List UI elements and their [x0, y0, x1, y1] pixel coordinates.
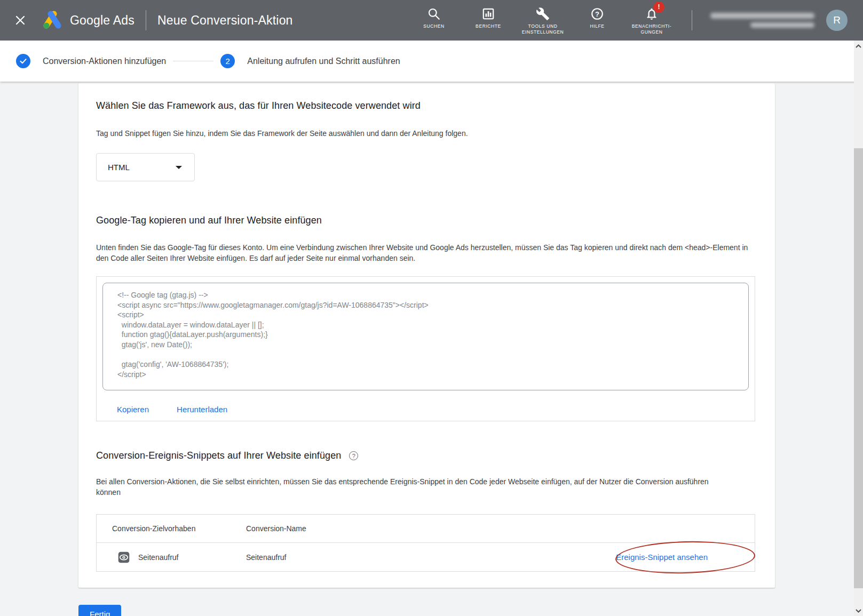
page-title: Neue Conversion-Aktion: [157, 13, 293, 28]
pageview-icon: [117, 550, 131, 564]
notification-badge: !: [653, 2, 664, 13]
conversion-table: Conversion-Zielvorhaben Conversion-Name …: [96, 514, 755, 572]
framework-heading: Wählen Sie das Framework aus, das für Ih…: [96, 100, 755, 111]
framework-description: Tag und Snippet fügen Sie hinzu, indem S…: [96, 128, 755, 139]
google-tag-code-box[interactable]: <!-- Google tag (gtag.js) --> <script as…: [102, 283, 749, 390]
done-button[interactable]: Fertig: [78, 605, 121, 616]
google-tag-container: <!-- Google tag (gtag.js) --> <script as…: [96, 276, 755, 421]
code-line: gtag('js', new Date());: [117, 340, 738, 350]
step-2-label: Anleitung aufrufen und Schritt ausführen: [247, 57, 400, 66]
code-line: <script>: [117, 310, 738, 320]
snippet-description: Bei allen Conversion-Aktionen, die Sie s…: [96, 476, 718, 498]
topbar: Google Ads Neue Conversion-Aktion Suchen…: [0, 0, 863, 41]
step-2[interactable]: 2 Anleitung aufrufen und Schritt ausführ…: [220, 54, 400, 68]
avatar[interactable]: R: [826, 10, 848, 31]
google-tag-heading: Google-Tag kopieren und auf Ihrer Websit…: [96, 215, 755, 226]
step-1-check-icon: [16, 54, 30, 68]
account-email-redacted: [750, 22, 814, 28]
snippet-heading: Conversion-Ereignis-Snippets auf Ihrer W…: [96, 450, 341, 461]
help-icon: ?: [590, 6, 604, 21]
nav-notifications[interactable]: Benachrichti-gungen !: [627, 5, 676, 36]
step-2-number: 2: [220, 54, 235, 68]
help-icon[interactable]: ?: [349, 451, 358, 460]
code-line: </script>: [117, 370, 738, 380]
topbar-nav: Suchen Berichte Tools und Einstellungen …: [409, 5, 676, 36]
svg-text:?: ?: [595, 10, 599, 18]
step-1-label: Conversion-Aktionen hinzufügen: [43, 57, 166, 66]
code-line: window.dataLayer = window.dataLayer || […: [117, 320, 738, 330]
scrollbar[interactable]: [854, 41, 863, 616]
download-button[interactable]: Herunterladen: [177, 405, 227, 414]
table-header-row: Conversion-Zielvorhaben Conversion-Name: [97, 515, 755, 542]
scrollbar-down-arrow-icon[interactable]: [854, 605, 863, 616]
framework-dropdown[interactable]: HTML: [96, 153, 195, 181]
tag-actions: Kopieren Herunterladen: [97, 396, 755, 421]
column-header-goal: Conversion-Zielvorhaben: [97, 524, 246, 533]
action-cell: Ereignis-Snippet ansehen: [616, 553, 755, 562]
code-line: gtag('config', 'AW-1068864735');: [117, 359, 738, 370]
step-progress-bar: Conversion-Aktionen hinzufügen 2 Anleitu…: [0, 41, 863, 82]
copy-button[interactable]: Kopieren: [117, 405, 149, 414]
brand-name: Google Ads: [70, 13, 134, 28]
name-cell: Seitenaufruf: [246, 553, 287, 562]
column-header-name: Conversion-Name: [246, 524, 306, 533]
goal-cell: Seitenaufruf: [97, 550, 246, 564]
nav-help[interactable]: ? Hilfe: [573, 5, 622, 29]
code-line: <!-- Google tag (gtag.js) -->: [117, 290, 738, 300]
account-id-redacted: [710, 13, 814, 19]
account-info-redacted: [708, 13, 814, 28]
step-connector: [173, 61, 213, 61]
content-card: Wählen Sie das Framework aus, das für Ih…: [78, 83, 775, 588]
chevron-down-icon: [176, 166, 182, 169]
view-event-snippet-link[interactable]: Ereignis-Snippet ansehen: [616, 553, 708, 562]
topbar-divider: [146, 10, 146, 30]
google-tag-description: Unten finden Sie das Google-Tag für dies…: [96, 242, 750, 263]
nav-search[interactable]: Suchen: [409, 5, 458, 29]
wrench-icon: [536, 6, 550, 21]
reports-icon: [481, 6, 495, 21]
code-line: <script async src="https://www.googletag…: [117, 300, 738, 310]
step-1[interactable]: Conversion-Aktionen hinzufügen: [16, 54, 166, 68]
close-icon[interactable]: [13, 13, 27, 27]
table-row: Seitenaufruf Seitenaufruf Ereignis-Snipp…: [97, 542, 755, 571]
search-icon: [427, 6, 441, 21]
nav-reports[interactable]: Berichte: [464, 5, 513, 29]
scrollbar-up-arrow-icon[interactable]: [854, 41, 863, 51]
topbar-divider-2: [692, 10, 692, 30]
code-line: [117, 350, 738, 360]
scrollbar-thumb[interactable]: [854, 148, 863, 588]
nav-tools-settings[interactable]: Tools und Einstellungen: [518, 5, 567, 36]
framework-dropdown-value: HTML: [108, 163, 130, 172]
goal-value: Seitenaufruf: [138, 553, 179, 562]
code-line: function gtag(){dataLayer.push(arguments…: [117, 330, 738, 340]
google-ads-logo-icon: [42, 11, 63, 30]
